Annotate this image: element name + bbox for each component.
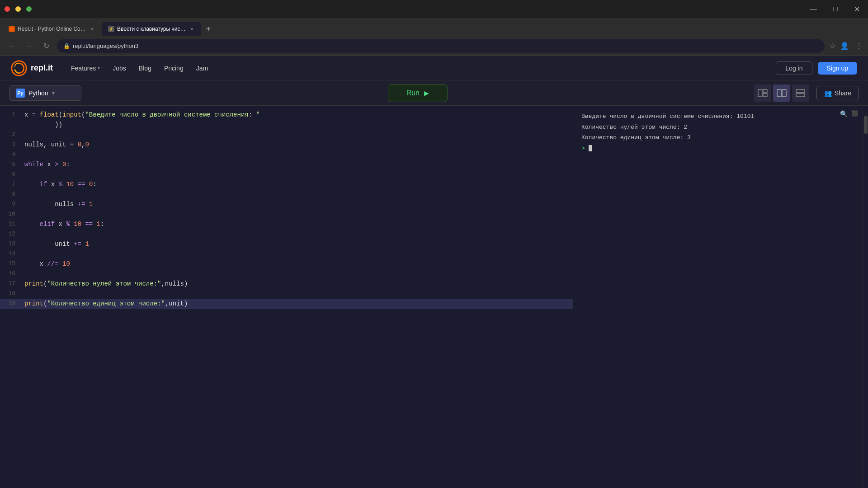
- code-editor[interactable]: 1 x = float(input("Введите число в двоич…: [0, 106, 573, 488]
- tab-vvesti[interactable]: ⚡ Ввести с клавиатуры число в д... ✕: [102, 22, 201, 36]
- line-content-19: print("Количество единиц этом числе:",un…: [23, 299, 573, 308]
- code-line-19: 19 print("Количество единиц этом числе:"…: [0, 299, 573, 309]
- line-number-15: 15: [0, 259, 23, 267]
- win-minimize-btn[interactable]: —: [806, 3, 821, 15]
- line-content-16: [23, 269, 573, 271]
- code-line-4: 4: [0, 150, 573, 160]
- security-icon: 🔒: [63, 43, 70, 49]
- line-number-19: 19: [0, 299, 23, 307]
- svg-rect-7: [796, 94, 805, 97]
- share-label: Share: [835, 89, 851, 97]
- run-label: Run: [406, 89, 420, 97]
- url-bar[interactable]: 🔒 repl.it/languages/python3: [57, 39, 825, 53]
- code-line-14: 14: [0, 249, 573, 259]
- bookmark-button[interactable]: ☆: [829, 42, 835, 50]
- tab-close-replit[interactable]: ✕: [89, 26, 95, 32]
- nav-jobs-label: Jobs: [113, 65, 126, 72]
- svg-rect-6: [796, 89, 805, 93]
- terminal-toolbar: 🔍 ⬛: [840, 110, 858, 118]
- line-number-1: 1: [0, 110, 23, 118]
- nav-pricing-label: Pricing: [164, 65, 184, 72]
- line-number-13: 13: [0, 239, 23, 247]
- run-icon: ▶: [424, 89, 429, 97]
- share-button[interactable]: 👥 Share: [816, 86, 859, 100]
- line-content-5: while x > 0:: [23, 160, 573, 169]
- code-line-13: 13 unit += 1: [0, 239, 573, 249]
- layout-btn-1[interactable]: [754, 84, 771, 102]
- line-content-8: [23, 190, 573, 192]
- language-dropdown-icon: ▾: [52, 90, 55, 96]
- win-controls: — □ ✕: [806, 3, 863, 15]
- svg-rect-3: [763, 94, 767, 97]
- window-close-button[interactable]: [5, 6, 10, 12]
- win-maximize-btn[interactable]: □: [830, 3, 841, 15]
- logo-text: repl.it: [31, 63, 53, 73]
- code-line-15: 15 x //= 10: [0, 259, 573, 269]
- signup-button[interactable]: Sign up: [818, 62, 857, 75]
- terminal-search-icon[interactable]: 🔍: [840, 110, 848, 118]
- code-line-10: 10: [0, 210, 573, 220]
- run-btn-container: Run ▶: [89, 84, 747, 102]
- terminal[interactable]: 🔍 ⬛ Введите число в двоичной системе счи…: [573, 106, 863, 488]
- code-line-11: 11 elif x % 10 == 1:: [0, 220, 573, 230]
- line-number-11: 11: [0, 220, 23, 227]
- nav-pricing[interactable]: Pricing: [164, 65, 184, 72]
- line-content-17: print("Количество нулей этом числе:",nul…: [23, 279, 573, 288]
- line-content-7: if x % 10 == 0:: [23, 180, 573, 189]
- tab-replit[interactable]: Repl.it - Python Online Compiler... ✕: [2, 22, 102, 36]
- window-maximize-button[interactable]: [26, 6, 32, 12]
- tab-close-vvesti[interactable]: ✕: [189, 26, 195, 32]
- layout-btn-3[interactable]: [792, 84, 809, 102]
- nav-right: Log in Sign up: [776, 61, 857, 75]
- code-line-2: 2: [0, 130, 573, 140]
- nav-blog[interactable]: Blog: [139, 65, 151, 72]
- line-number-5: 5: [0, 160, 23, 168]
- nav-jam[interactable]: Jam: [196, 65, 208, 72]
- line-number-17: 17: [0, 279, 23, 287]
- line-number-1b: [0, 120, 23, 121]
- layout-btn-2[interactable]: [773, 84, 790, 102]
- line-content-12: [23, 230, 573, 231]
- refresh-button[interactable]: ↻: [40, 40, 52, 52]
- code-line-5: 5 while x > 0:: [0, 160, 573, 170]
- login-button[interactable]: Log in: [776, 61, 812, 75]
- code-line-18: 18: [0, 289, 573, 299]
- line-number-14: 14: [0, 249, 23, 257]
- terminal-clear-icon[interactable]: ⬛: [851, 110, 858, 118]
- line-content-15: x //= 10: [23, 259, 573, 268]
- new-tab-button[interactable]: +: [201, 22, 216, 36]
- run-button[interactable]: Run ▶: [388, 84, 448, 102]
- code-line-3: 3 nulls, unit = 0,0: [0, 140, 573, 150]
- language-selector[interactable]: Py Python ▾: [9, 85, 81, 101]
- code-line-16: 16: [0, 269, 573, 279]
- nav-jobs[interactable]: Jobs: [113, 65, 126, 72]
- back-button[interactable]: ←: [5, 40, 18, 52]
- terminal-line-3: Количество единиц этом числе: 3: [581, 133, 854, 142]
- layout-icon-1: [758, 89, 768, 97]
- forward-button[interactable]: →: [23, 40, 35, 52]
- line-content-1b: )): [23, 120, 573, 129]
- line-number-8: 8: [0, 190, 23, 197]
- python-icon: Py: [16, 89, 25, 98]
- tab-title-replit: Repl.it - Python Online Compiler...: [18, 26, 86, 32]
- nav-features[interactable]: Features ▾: [71, 65, 100, 72]
- terminal-line-2: Количество нулей этом числе: 2: [581, 123, 854, 132]
- tab-favicon-vvesti: ⚡: [108, 26, 114, 32]
- ide-panels: 1 x = float(input("Введите число в двоич…: [0, 106, 868, 488]
- terminal-scrollbar[interactable]: [863, 106, 868, 488]
- line-number-7: 7: [0, 180, 23, 188]
- win-close-btn[interactable]: ✕: [850, 3, 863, 15]
- nav-features-label: Features: [71, 65, 96, 72]
- code-line-8: 8: [0, 190, 573, 200]
- code-line-6: 6: [0, 170, 573, 180]
- tab-title-vvesti: Ввести с клавиатуры число в д...: [117, 26, 186, 32]
- tab-bar: Repl.it - Python Online Compiler... ✕ ⚡ …: [0, 18, 868, 36]
- window-minimize-button[interactable]: [15, 6, 21, 12]
- browser-menu-button[interactable]: ⋮: [855, 42, 863, 50]
- ide-toolbar: Py Python ▾ Run ▶: [0, 80, 868, 106]
- browser-titlebar: — □ ✕: [0, 0, 868, 18]
- app-navbar: repl.it Features ▾ Jobs Blog Pricing Jam…: [0, 56, 868, 80]
- profile-button[interactable]: 👤: [840, 42, 849, 50]
- scrollbar-thumb[interactable]: [864, 116, 868, 134]
- line-number-6: 6: [0, 170, 23, 178]
